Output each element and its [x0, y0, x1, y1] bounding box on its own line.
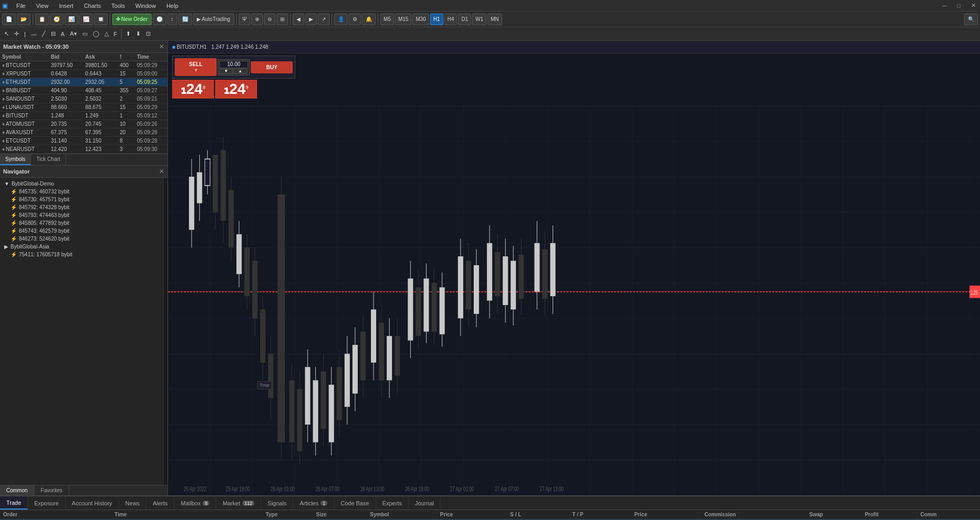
zoom-out-chart-button[interactable]: ⊖ [264, 14, 275, 25]
orders-content[interactable]: Order Time Type Size Symbol Price S / L … [0, 510, 980, 520]
channel-tool[interactable]: ⊟ [49, 29, 58, 39]
tick-chart-button[interactable]: ↕ [167, 14, 177, 25]
nav-scrollbar[interactable] [163, 178, 167, 485]
sell-price-block[interactable]: ₁24⁸ [172, 80, 214, 99]
bottom-tab-experts[interactable]: Experts [376, 496, 409, 510]
market-row[interactable]: ♦ATOMUSDT 20.735 20.745 10 05:09:26 [0, 120, 167, 128]
market-row[interactable]: ♦BTCUSDT 39797.50 39801.50 400 05:09:29 [0, 61, 167, 70]
bottom-tab-signals[interactable]: Signals [261, 496, 293, 510]
zoom-in-chart-button[interactable]: ⊕ [251, 14, 263, 25]
market-row[interactable]: ♦XRPUSDT 0.6428 0.6443 15 05:09:00 [0, 70, 167, 78]
sell-dropdown[interactable]: ▾ [195, 67, 197, 73]
sell-block[interactable]: SELL ▾ [175, 58, 217, 76]
market-row[interactable]: ♦SANDUSDT 2.5030 2.5032 2 05:09:21 [0, 95, 167, 103]
tree-item[interactable]: ⚡ 846273: 524620 bybit [2, 235, 161, 243]
fibo-tool[interactable]: F [112, 29, 120, 39]
cursor-tool[interactable]: ↖ [2, 29, 11, 39]
bottom-tab-market[interactable]: Market 112 [216, 496, 261, 510]
menu-help[interactable]: Help [164, 2, 180, 10]
menu-insert[interactable]: Insert [57, 2, 76, 10]
chart-button[interactable]: 📈 [79, 14, 93, 25]
buy-arrow-tool[interactable]: ⬆ [124, 29, 133, 39]
tab-tick-chart[interactable]: Tick Chart [31, 154, 66, 165]
window-minimize[interactable]: ─ [943, 3, 947, 9]
tree-item[interactable]: ⚡ 75411: 17605718 bybit [2, 251, 161, 258]
qty-up[interactable]: ▲ [233, 69, 247, 74]
buy-price-block[interactable]: ₁24⁹ [215, 80, 257, 99]
menu-file[interactable]: File [14, 2, 28, 10]
nav-tab-favorites[interactable]: Favorites [35, 485, 69, 495]
tree-item[interactable]: ▶ BybitGlobal-Asia [2, 243, 161, 251]
ellipse-tool[interactable]: ◯ [91, 29, 101, 39]
market-row[interactable]: ♦NEARUSDT 12.420 12.423 3 05:09:30 [0, 145, 167, 154]
bottom-tab-news[interactable]: News [119, 496, 147, 510]
timeframe-m30[interactable]: M30 [412, 14, 429, 25]
window-close[interactable]: ✕ [971, 2, 976, 9]
quantity-input[interactable] [219, 61, 248, 68]
navigator-close[interactable]: ✕ [159, 168, 164, 175]
bottom-tab-articles[interactable]: Articles 1 [293, 496, 334, 510]
crosshair-tool[interactable]: ✛ [12, 29, 21, 39]
scroll-left-button[interactable]: ◀ [293, 14, 304, 25]
scroll-right-button[interactable]: ▶ [305, 14, 317, 25]
text-tool[interactable]: A [59, 29, 67, 39]
new-file-button[interactable]: 📄 [2, 14, 16, 25]
market-row[interactable]: ♦ETHUSDT 2932.00 2932.05 5 05:09:25 [0, 78, 167, 86]
trendline-tool[interactable]: ╱ [40, 29, 48, 39]
profiles-button[interactable]: 📋 [35, 14, 49, 25]
tree-item[interactable]: ⚡ 845805: 477892 bybit [2, 219, 161, 227]
menu-window[interactable]: Window [133, 2, 158, 10]
navigator-button[interactable]: 🧭 [50, 14, 63, 25]
bottom-tab-mailbox[interactable]: Mailbox 8 [174, 496, 216, 510]
market-row[interactable]: ♦BNBUSDT 404.90 408.45 355 05:09:27 [0, 86, 167, 95]
alerts-button[interactable]: 🔔 [362, 14, 376, 25]
market-row[interactable]: ♦LUNAUSDT 88.660 88.675 15 05:09:29 [0, 103, 167, 112]
market-watch-button[interactable]: 📊 [65, 14, 78, 25]
bottom-tab-exposure[interactable]: Exposure [28, 496, 65, 510]
tree-item[interactable]: ▼ BybitGlobal-Demo [2, 180, 161, 188]
bottom-tab-code-base[interactable]: Code Base [334, 496, 376, 510]
nav-tab-common[interactable]: Common [0, 485, 35, 495]
qty-down[interactable]: ▼ [219, 69, 233, 74]
bottom-tab-trade[interactable]: Trade [0, 496, 28, 510]
account-button[interactable]: 👤 [334, 14, 348, 25]
price-label-tool[interactable]: ⊡ [144, 29, 153, 39]
autotrading-button[interactable]: ▶ AutoTrading [193, 14, 234, 25]
tree-item[interactable]: ⚡ 845735: 460732 bybit [2, 188, 161, 196]
horizontal-line-tool[interactable]: — [29, 29, 39, 39]
navigator-tree[interactable]: ▼ BybitGlobal-Demo ⚡ 845735: 460732 bybi… [0, 178, 163, 485]
timeframe-mn[interactable]: MN [487, 14, 502, 25]
grid-button[interactable]: ⊞ [276, 14, 288, 25]
market-watch-close[interactable]: ✕ [159, 43, 164, 50]
indicators-button[interactable]: Ψ [239, 14, 250, 25]
timeframe-w1[interactable]: W1 [472, 14, 486, 25]
new-order-button[interactable]: ✚ New Order [112, 14, 152, 25]
menu-charts[interactable]: Charts [82, 2, 103, 10]
timeframe-h4[interactable]: H4 [444, 14, 457, 25]
zoom-in-button[interactable]: 🔲 [94, 14, 108, 25]
market-row[interactable]: ♦ETCUSDT 31.140 31.150 8 05:09:28 [0, 137, 167, 145]
options-button[interactable]: ⚙ [349, 14, 361, 25]
tree-item[interactable]: ⚡ 845743: 462579 bybit [2, 227, 161, 235]
tab-symbols[interactable]: Symbols [0, 154, 31, 165]
bottom-tab-account-history[interactable]: Account History [66, 496, 119, 510]
buy-block[interactable]: BUY [251, 61, 293, 73]
tree-item[interactable]: ⚡ 845793: 474463 bybit [2, 211, 161, 219]
sell-arrow-tool[interactable]: ⬇ [134, 29, 143, 39]
open-button[interactable]: 📂 [17, 14, 30, 25]
history-center-button[interactable]: 🕐 [153, 14, 166, 25]
timeframe-h1[interactable]: H1 [430, 14, 443, 25]
menu-tools[interactable]: Tools [109, 2, 127, 10]
menu-view[interactable]: View [34, 2, 51, 10]
chart-canvas[interactable]: 1.25 [168, 53, 980, 495]
label-tool[interactable]: A▾ [68, 29, 79, 39]
bottom-tab-journal[interactable]: Journal [409, 496, 441, 510]
indicators2-button[interactable]: ↗ [318, 14, 329, 25]
rectangle-tool[interactable]: ▭ [80, 29, 90, 39]
tree-item[interactable]: ⚡ 845792: 474328 bybit [2, 203, 161, 211]
market-row[interactable]: ♦AVAXUSDT 67.375 67.395 20 05:09:28 [0, 128, 167, 137]
timeframe-d1[interactable]: D1 [458, 14, 471, 25]
triangle-tool[interactable]: △ [102, 29, 111, 39]
vertical-line-tool[interactable]: | [22, 29, 28, 39]
refresh-button[interactable]: 🔄 [178, 14, 192, 25]
